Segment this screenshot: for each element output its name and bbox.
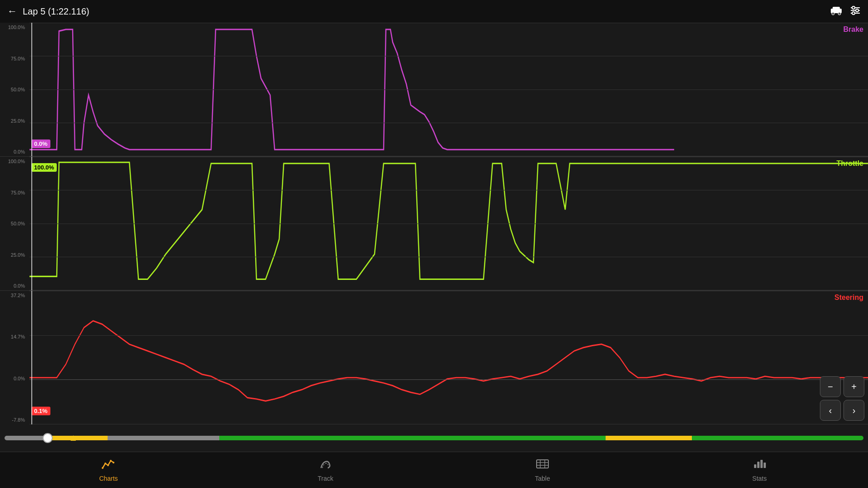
- steering-cursor: [31, 291, 32, 424]
- svg-rect-22: [760, 460, 763, 468]
- zoom-controls: − + ‹ ›: [820, 376, 864, 421]
- back-button[interactable]: ←: [7, 5, 17, 17]
- svg-rect-20: [754, 464, 756, 468]
- nav-stats[interactable]: Stats: [651, 458, 868, 482]
- y-label-brake-4: 0.0%: [0, 149, 28, 154]
- y-label-throttle-4: 0.0%: [0, 283, 28, 289]
- zoom-row-2: ‹ ›: [820, 400, 864, 421]
- page-title: Lap 5 (1:22.116): [23, 6, 830, 17]
- throttle-canvas: 100.0%: [30, 157, 868, 290]
- throttle-label: Throttle: [836, 159, 863, 168]
- steering-canvas: 0.1% − + ‹ ›: [30, 291, 868, 424]
- y-label-throttle-0: 100.0%: [0, 159, 28, 164]
- header-icons: [830, 5, 861, 18]
- car-icon[interactable]: [830, 5, 843, 18]
- track-label: Track: [318, 475, 333, 482]
- charts-area: Brake 100.0% 75.0% 50.0% 25.0% 0.0% 0.0%: [0, 23, 868, 424]
- y-label-throttle-2: 50.0%: [0, 221, 28, 226]
- throttle-cursor: [31, 157, 32, 290]
- scrubber-thumb[interactable]: [43, 433, 53, 443]
- y-label-brake-0: 100.0%: [0, 25, 28, 30]
- settings-icon[interactable]: [850, 5, 861, 18]
- svg-rect-1: [833, 7, 840, 10]
- brake-canvas: 0.0%: [30, 23, 868, 156]
- nav-track[interactable]: Track: [217, 458, 434, 482]
- nav-charts[interactable]: Charts: [0, 458, 217, 482]
- throttle-y-axis: 100.0% 75.0% 50.0% 25.0% 0.0%: [0, 157, 30, 290]
- y-label-throttle-1: 75.0%: [0, 190, 28, 195]
- svg-point-10: [102, 467, 104, 469]
- svg-point-11: [104, 463, 106, 464]
- svg-rect-23: [764, 463, 766, 468]
- steering-badge: 0.1%: [31, 407, 50, 415]
- throttle-chart: Throttle 100.0% 75.0% 50.0% 25.0% 0.0% 1…: [0, 157, 868, 291]
- bottom-nav: Charts Track Table: [0, 452, 868, 488]
- steering-y-axis: 37.2% 14.7% 0.0% -7.8%: [0, 291, 30, 424]
- zoom-out-button[interactable]: −: [820, 376, 841, 397]
- svg-point-2: [832, 12, 834, 15]
- scrubber-area[interactable]: [0, 427, 868, 449]
- zoom-in-button[interactable]: +: [843, 376, 864, 397]
- charts-icon: [102, 458, 115, 473]
- y-label-steering-3: -7.8%: [0, 417, 28, 423]
- brake-cursor: [31, 23, 32, 156]
- brake-y-axis: 100.0% 75.0% 50.0% 25.0% 0.0%: [0, 23, 30, 156]
- scrubber-marker: [70, 435, 76, 441]
- next-button[interactable]: ›: [843, 400, 864, 421]
- svg-point-13: [110, 460, 112, 462]
- svg-point-9: [852, 12, 855, 15]
- throttle-badge: 100.0%: [31, 163, 57, 172]
- brake-badge: 0.0%: [31, 139, 50, 148]
- svg-point-3: [838, 12, 841, 15]
- y-label-brake-1: 75.0%: [0, 56, 28, 61]
- header: ← Lap 5 (1:22.116): [0, 0, 868, 23]
- y-label-brake-3: 25.0%: [0, 118, 28, 124]
- steering-chart: Steering 37.2% 14.7% 0.0% -7.8% 0.1%: [0, 291, 868, 424]
- brake-label: Brake: [843, 25, 863, 34]
- svg-rect-21: [757, 462, 760, 468]
- stats-icon: [753, 458, 766, 473]
- table-icon: [536, 458, 549, 473]
- y-label-steering-2: 0.0%: [0, 376, 28, 381]
- scrubber-track[interactable]: [5, 436, 863, 440]
- steering-svg: [30, 291, 868, 424]
- stats-label: Stats: [752, 475, 767, 482]
- svg-point-12: [107, 464, 109, 466]
- y-label-brake-2: 50.0%: [0, 87, 28, 92]
- brake-chart: Brake 100.0% 75.0% 50.0% 25.0% 0.0% 0.0%: [0, 23, 868, 157]
- y-label-throttle-3: 25.0%: [0, 252, 28, 258]
- charts-label: Charts: [99, 475, 118, 482]
- zoom-row-1: − +: [820, 376, 864, 397]
- table-label: Table: [535, 475, 550, 482]
- y-label-steering-0: 37.2%: [0, 293, 28, 298]
- prev-button[interactable]: ‹: [820, 400, 841, 421]
- svg-rect-15: [537, 460, 548, 468]
- brake-svg: [30, 23, 868, 156]
- throttle-svg: [30, 157, 868, 290]
- svg-point-14: [113, 462, 114, 463]
- track-icon: [319, 458, 332, 473]
- steering-label: Steering: [834, 294, 863, 302]
- y-label-steering-1: 14.7%: [0, 334, 28, 339]
- svg-point-7: [852, 6, 855, 9]
- nav-table[interactable]: Table: [434, 458, 651, 482]
- svg-point-8: [856, 9, 858, 12]
